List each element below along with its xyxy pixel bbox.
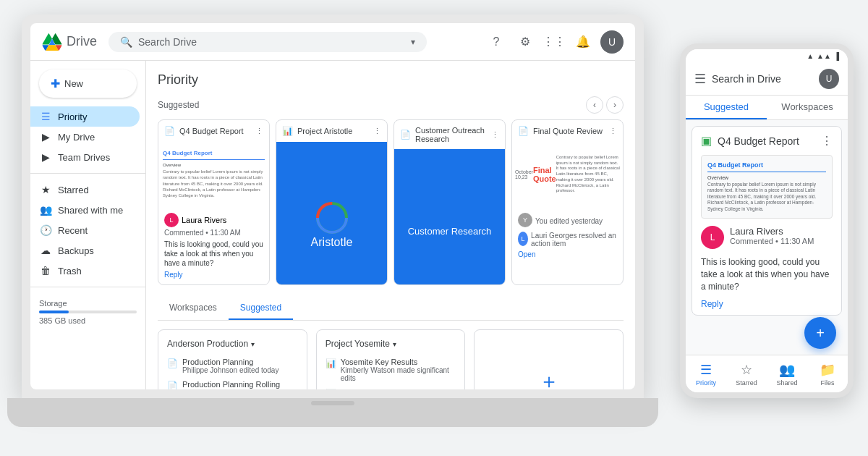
notifications-button[interactable]: 🔔 [571, 30, 595, 54]
my-drive-label: My Drive [58, 132, 95, 143]
aristotle-label: Aristotle [311, 236, 353, 249]
new-button[interactable]: ✚ New [39, 69, 137, 98]
workspace-yosemite-title: Project Yosemite ▾ [326, 339, 456, 349]
phone-nav-shared[interactable]: 👥 Shared [767, 362, 807, 387]
card-q4-menu[interactable]: ⋮ [255, 127, 263, 136]
quote-person2: Lauri Georges resolved an action item [531, 232, 617, 248]
sidebar-item-my-drive[interactable]: ▶ My Drive [30, 127, 140, 147]
next-arrow[interactable]: › [606, 96, 624, 114]
phone-preview-overview-label: Overview [707, 175, 826, 180]
phone-menu-icon[interactable]: ☰ [694, 71, 706, 87]
create-plus-icon: ＋ [539, 368, 559, 390]
sidebar-item-starred[interactable]: ★ Starred [30, 180, 140, 200]
sidebar-item-team-drives[interactable]: ▶ Team Drives [30, 147, 140, 167]
search-icon: 🔍 [120, 36, 132, 48]
team-drives-icon: ▶ [39, 151, 52, 163]
storage-bar-fill [39, 311, 69, 313]
laptop-notch [311, 401, 354, 405]
suggested-header: Suggested ‹ › [158, 96, 624, 114]
sidebar-item-shared[interactable]: 👥 Shared with me [30, 200, 140, 220]
phone-doc-icon: ▣ [701, 134, 712, 148]
backups-icon: ☁ [39, 245, 52, 256]
card-quote-time: You edited yesterday [535, 217, 603, 225]
card-q4-time: Commented • 11:30 AM [164, 229, 263, 237]
ws-yos-item-1-meta: Kimberly Watson made significant edits [341, 366, 456, 382]
settings-button[interactable]: ⚙ [514, 30, 537, 54]
tab-workspaces[interactable]: Workspaces [158, 297, 229, 320]
card-aristotle-title: Project Aristotle [297, 127, 352, 135]
phone-nav-files[interactable]: 📁 Files [807, 362, 848, 387]
doc-red-icon: 📄 [400, 130, 411, 140]
card-customer-menu[interactable]: ⋮ [491, 130, 499, 140]
sidebar-item-priority[interactable]: ☰ Priority [30, 106, 140, 127]
shared-icon: 👥 [39, 204, 52, 216]
workspace-yosemite-item-2[interactable]: 📊 Team Allocation and Resourcing Q3 [326, 385, 456, 389]
phone-tab-workspaces[interactable]: Workspaces [767, 96, 848, 119]
storage-label: Storage [39, 299, 67, 308]
help-button[interactable]: ? [485, 30, 508, 54]
card-quote: 📄 Final Quote Review ⋮ October 10,23 Fin… [511, 119, 624, 285]
workspace-create[interactable]: ＋ Create new workspace [474, 329, 624, 389]
phone-card-menu[interactable]: ⋮ [821, 134, 833, 148]
storage-bar [39, 311, 137, 313]
doc-icon-1: 📄 [164, 126, 175, 136]
card-q4-reply[interactable]: Reply [164, 271, 263, 279]
recent-label: Recent [58, 225, 88, 236]
workspace-item-2[interactable]: 📄 Production Planning Rolling Notes [167, 377, 298, 389]
priority-icon: ☰ [39, 111, 52, 122]
laura-avatar: L [164, 213, 179, 227]
you-avatar: Y [518, 213, 532, 227]
phone-tab-suggested[interactable]: Suggested [686, 96, 767, 119]
phone-fab[interactable]: + [804, 317, 836, 349]
ws-slide-icon-2: 📊 [326, 389, 336, 389]
phone-nav-priority[interactable]: ☰ Priority [686, 362, 726, 387]
card-quote-user: Y You edited yesterday [518, 213, 617, 227]
phone-nav-starred-label: Starred [736, 379, 757, 387]
new-button-label: New [64, 78, 83, 89]
apps-button[interactable]: ⋮⋮ [542, 30, 566, 54]
card-quote-action[interactable]: Open [518, 250, 617, 258]
workspace-item-1[interactable]: 📄 Production Planning Philippe Johnson e… [167, 355, 298, 377]
phone-card-header: ▣ Q4 Budget Report ⋮ [692, 127, 841, 155]
card-quote-menu[interactable]: ⋮ [609, 127, 617, 136]
phone-nav-priority-label: Priority [696, 379, 716, 387]
card-customer-preview: Customer Research [394, 149, 505, 285]
battery-icon: ▐ [834, 52, 839, 60]
nav-arrows: ‹ › [586, 96, 624, 114]
card-quote-title: Final Quote Review [533, 127, 603, 135]
card-aristotle-menu[interactable]: ⋮ [373, 127, 381, 136]
phone-preview-title: Q4 Budget Report [707, 161, 826, 169]
phone-search-input[interactable]: Search in Drive [712, 73, 813, 85]
phone-nav-shared-icon: 👥 [779, 362, 795, 378]
phone-laura-avatar: L [701, 226, 724, 249]
phone-search-bar: ☰ Search in Drive U [686, 63, 848, 96]
starred-label: Starred [58, 185, 89, 195]
phone-nav-starred[interactable]: ☆ Starred [726, 362, 767, 387]
phone-status-bar: ▲ ▲▲ ▐ [686, 49, 848, 63]
drive-logo-icon [42, 33, 62, 51]
sidebar-item-trash[interactable]: 🗑 Trash [30, 261, 140, 281]
laptop-screen: Drive 🔍 Search Drive ▾ ? ⚙ ⋮⋮ 🔔 U [30, 23, 635, 389]
workspace-yosemite-item-1[interactable]: 📊 Yosemite Key Results Kimberly Watson m… [326, 355, 456, 385]
ws-doc-icon-1: 📄 [167, 358, 178, 368]
sidebar-item-recent[interactable]: 🕐 Recent [30, 220, 140, 240]
phone-reply-button[interactable]: Reply [692, 293, 841, 315]
signal-icon: ▲▲ [817, 52, 831, 60]
search-bar[interactable]: 🔍 Search Drive ▾ [109, 32, 427, 52]
phone-user-avatar[interactable]: U [819, 69, 839, 89]
create-workspace-content[interactable]: ＋ Create new workspace [483, 339, 614, 389]
tab-suggested[interactable]: Suggested [229, 297, 293, 320]
search-bar-text: Search Drive [138, 36, 197, 48]
card-q4-user: L Laura Rivers [164, 213, 263, 227]
phone-user-time: Commented • 11:30 AM [730, 237, 833, 245]
ws-yos-item-1-title: Yosemite Key Results [341, 358, 456, 366]
user-avatar[interactable]: U [600, 30, 624, 54]
card-aristotle-preview: Aristotle [276, 142, 387, 285]
storage-section: Storage 385 GB used [30, 293, 145, 331]
workspace-yosemite: Project Yosemite ▾ 📊 Yosemite Key Result… [316, 329, 466, 389]
phone-preview-text: Contrary to popular belief Lorem ipsum i… [707, 182, 826, 212]
tabs-row: Workspaces Suggested [158, 297, 624, 321]
star-icon: ★ [39, 184, 52, 195]
prev-arrow[interactable]: ‹ [586, 96, 603, 114]
sidebar-item-backups[interactable]: ☁ Backups [30, 240, 140, 261]
